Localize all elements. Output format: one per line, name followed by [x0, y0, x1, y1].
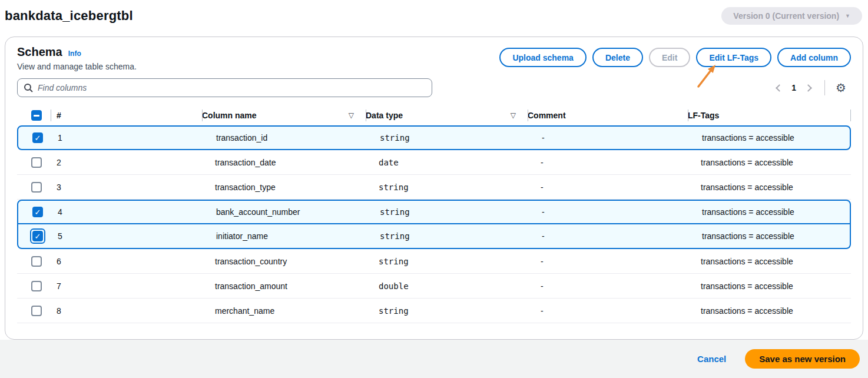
- settings-gear-icon[interactable]: ⚙: [833, 82, 849, 94]
- current-page-number[interactable]: 1: [789, 83, 799, 92]
- data-type-cell: string: [367, 207, 529, 217]
- comment-cell: -: [528, 158, 688, 167]
- checkbox-icon: [32, 207, 43, 217]
- row-number-cell: 8: [51, 306, 202, 316]
- comment-cell: -: [529, 133, 689, 142]
- version-dropdown-label: Version 0 (Current version): [733, 11, 839, 21]
- header-column-name[interactable]: Column name ▽: [202, 105, 366, 125]
- row-select-cell: [17, 155, 51, 170]
- row-number-cell: 3: [51, 183, 202, 192]
- select-all-checkbox[interactable]: [29, 108, 44, 123]
- lf-tags-cell: transactions = accessible: [689, 207, 850, 217]
- table-toolbar: 1 ⚙: [17, 78, 851, 97]
- column-name-cell: transaction_type: [202, 183, 366, 192]
- column-name-cell: transaction_date: [202, 158, 366, 167]
- table-row[interactable]: 7 transaction_amount double - transactio…: [17, 274, 851, 299]
- row-checkbox[interactable]: [30, 204, 45, 220]
- header-comment: Comment: [528, 105, 688, 125]
- row-number-cell: 6: [51, 257, 202, 266]
- row-select-cell: [18, 204, 52, 220]
- data-type-cell: string: [367, 133, 529, 142]
- row-select-cell: [17, 254, 51, 269]
- header-data-type[interactable]: Data type ▽: [366, 105, 528, 125]
- upload-schema-button[interactable]: Upload schema: [499, 48, 586, 67]
- row-select-cell: [18, 228, 52, 244]
- data-type-cell: string: [366, 306, 528, 316]
- row-checkbox[interactable]: [29, 155, 44, 170]
- checkbox-icon: [31, 256, 42, 267]
- next-page-button[interactable]: [802, 81, 816, 95]
- column-name-cell: transaction_id: [203, 133, 367, 142]
- checkbox-icon: [32, 132, 43, 143]
- checkbox-icon: [31, 281, 42, 291]
- table-row[interactable]: 5 initiator_name string - transactions =…: [17, 224, 851, 249]
- row-select-cell: [17, 278, 51, 294]
- comment-cell: -: [529, 207, 689, 217]
- table-header-row: # Column name ▽ Data type ▽ Comment LF-T…: [17, 105, 851, 125]
- delete-button[interactable]: Delete: [592, 48, 643, 67]
- row-checkbox[interactable]: [30, 130, 45, 145]
- data-type-cell: string: [366, 257, 528, 266]
- cancel-button[interactable]: Cancel: [697, 354, 726, 364]
- table-row[interactable]: 3 transaction_type string - transactions…: [17, 175, 851, 200]
- select-all-cell: [17, 105, 51, 125]
- row-select-cell: [17, 303, 51, 319]
- lf-tags-cell: transactions = accessible: [689, 133, 850, 142]
- column-name-cell: merchant_name: [202, 306, 366, 316]
- schema-panel: Schema Info View and manage table schema…: [5, 37, 863, 340]
- header-lf-tags: LF-Tags: [688, 105, 851, 125]
- comment-cell: -: [528, 183, 688, 192]
- row-number-cell: 2: [51, 158, 202, 167]
- checkbox-icon: [31, 306, 42, 316]
- filter-icon[interactable]: ▽: [349, 111, 354, 120]
- comment-cell: -: [528, 281, 688, 291]
- table-row[interactable]: 1 transaction_id string - transactions =…: [17, 125, 851, 150]
- action-buttons: Upload schema Delete Edit Edit LF-Tags A…: [499, 48, 851, 67]
- table-row[interactable]: 6 transaction_country string - transacti…: [17, 249, 851, 274]
- row-checkbox[interactable]: [29, 278, 44, 294]
- row-checkbox[interactable]: [29, 303, 44, 319]
- header-number: #: [51, 105, 202, 125]
- schema-table: # Column name ▽ Data type ▽ Comment LF-T…: [17, 105, 851, 323]
- schema-heading-block: Schema Info View and manage table schema…: [17, 45, 137, 71]
- comment-cell: -: [528, 306, 688, 316]
- lf-tags-cell: transactions = accessible: [688, 257, 851, 266]
- version-dropdown-button[interactable]: Version 0 (Current version) ▼: [721, 7, 862, 25]
- checkbox-icon: [31, 157, 42, 168]
- pagination-divider: [824, 80, 825, 95]
- row-checkbox[interactable]: [30, 228, 45, 244]
- checkbox-icon: [31, 182, 42, 193]
- table-body: 1 transaction_id string - transactions =…: [17, 125, 851, 323]
- page-footer: Cancel Save as new version: [0, 340, 868, 378]
- checkbox-icon: [32, 231, 43, 241]
- row-number-cell: 5: [52, 231, 203, 241]
- edit-lf-tags-button[interactable]: Edit LF-Tags: [696, 48, 771, 67]
- previous-page-button[interactable]: [771, 81, 786, 95]
- row-select-cell: [18, 130, 52, 145]
- indeterminate-checkbox-icon: [31, 110, 42, 121]
- search-icon: [24, 83, 33, 92]
- column-name-cell: initiator_name: [203, 231, 367, 241]
- row-checkbox[interactable]: [29, 180, 44, 195]
- lf-tags-cell: transactions = accessible: [688, 183, 851, 192]
- page-title: bankdata_icebergtbl: [5, 8, 133, 24]
- table-row[interactable]: 8 merchant_name string - transactions = …: [17, 299, 851, 323]
- data-type-cell: date: [366, 158, 528, 167]
- add-column-button[interactable]: Add column: [777, 48, 851, 67]
- column-name-cell: transaction_country: [202, 257, 366, 266]
- table-row[interactable]: 2 transaction_date date - transactions =…: [17, 150, 851, 175]
- panel-heading: Schema: [17, 45, 62, 59]
- info-link[interactable]: Info: [68, 49, 81, 58]
- lf-tags-cell: transactions = accessible: [688, 281, 851, 291]
- save-as-new-version-button[interactable]: Save as new version: [745, 349, 860, 369]
- row-checkbox[interactable]: [29, 254, 44, 269]
- schema-panel-header: Schema Info View and manage table schema…: [17, 45, 851, 71]
- table-row[interactable]: 4 bank_account_number string - transacti…: [17, 200, 851, 224]
- comment-cell: -: [528, 257, 688, 266]
- search-box[interactable]: [17, 78, 432, 97]
- filter-icon[interactable]: ▽: [511, 111, 516, 120]
- search-input[interactable]: [38, 83, 426, 92]
- lf-tags-cell: transactions = accessible: [689, 231, 850, 241]
- chevron-right-icon: [804, 84, 812, 92]
- column-name-cell: bank_account_number: [203, 207, 367, 217]
